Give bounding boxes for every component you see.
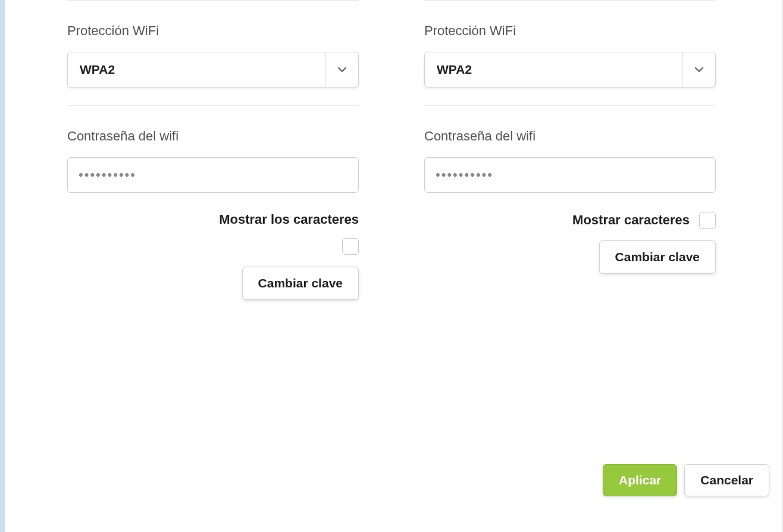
divider xyxy=(424,105,716,106)
protection-label: Protección WiFi xyxy=(67,23,359,39)
divider xyxy=(424,0,716,1)
show-characters-label: Mostrar caracteres xyxy=(572,212,690,228)
cancel-button[interactable]: Cancelar xyxy=(684,464,769,496)
protection-dropdown[interactable]: WPA2 xyxy=(67,52,359,87)
wifi-password-input[interactable] xyxy=(424,157,716,193)
wifi-band-right-column: Protección WiFi WPA2 Contraseña del wifi… xyxy=(424,0,716,300)
chevron-down-icon xyxy=(326,52,358,87)
password-label: Contraseña del wifi xyxy=(67,129,359,144)
protection-dropdown[interactable]: WPA2 xyxy=(424,52,716,87)
left-accent-strip xyxy=(0,0,5,532)
divider xyxy=(67,0,359,1)
footer-action-bar: Aplicar Cancelar xyxy=(603,464,769,496)
wifi-password-input[interactable] xyxy=(67,157,359,193)
protection-dropdown-value: WPA2 xyxy=(68,52,326,87)
show-characters-label: Mostrar los caracteres xyxy=(67,212,359,227)
apply-button[interactable]: Aplicar xyxy=(603,464,677,496)
password-label: Contraseña del wifi xyxy=(424,129,716,144)
change-password-button[interactable]: Cambiar clave xyxy=(242,267,359,300)
protection-dropdown-value: WPA2 xyxy=(425,52,683,87)
show-characters-checkbox[interactable] xyxy=(699,212,716,229)
divider xyxy=(67,105,359,106)
chevron-down-icon xyxy=(683,52,715,87)
protection-label: Protección WiFi xyxy=(424,23,716,39)
wifi-settings-panel: Protección WiFi WPA2 Contraseña del wifi… xyxy=(5,0,783,532)
show-characters-checkbox[interactable] xyxy=(342,238,359,255)
change-password-button[interactable]: Cambiar clave xyxy=(599,240,716,274)
wifi-band-left-column: Protección WiFi WPA2 Contraseña del wifi… xyxy=(67,0,359,300)
